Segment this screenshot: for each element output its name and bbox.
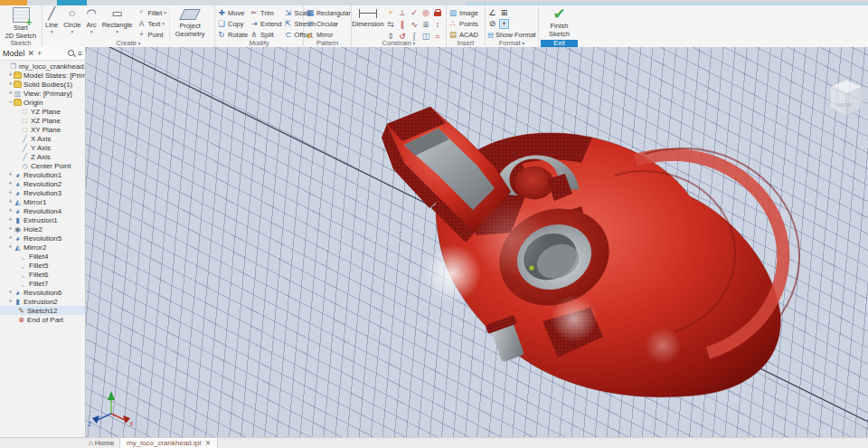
tree-item[interactable]: ✎ Sketch12	[0, 306, 85, 315]
tool-dropdown-arrow[interactable]: ▾	[90, 29, 93, 34]
snap-grid-icon[interactable]: ⊞	[499, 8, 509, 18]
tree-expander[interactable]: +	[7, 90, 14, 97]
tree-expander[interactable]: +	[7, 298, 14, 305]
degrees-format-icon[interactable]: ∠	[487, 8, 497, 18]
tree-item[interactable]: ◟ Fillet5	[0, 261, 85, 270]
tree-expander[interactable]: +	[7, 171, 14, 178]
rectangle-tool[interactable]: ▭ Rectangle ▾	[99, 6, 136, 41]
tree-item[interactable]: ◟ Fillet7	[0, 279, 85, 288]
constraint-parallel-icon[interactable]: ∥	[397, 19, 408, 30]
tree-item[interactable]: + ▥ View: [Primary]	[0, 89, 85, 98]
document-tab-close-icon[interactable]: ✕	[204, 439, 211, 447]
text-tool[interactable]: A Text ▾	[137, 18, 166, 29]
tree-item[interactable]: ╱ X Axis	[0, 134, 85, 143]
tree-item[interactable]: + Solid Bodies(1)	[0, 80, 85, 89]
tree-expander[interactable]: +	[7, 289, 14, 296]
arc-tool[interactable]: ◠ Arc ▾	[83, 6, 99, 41]
tree-expander[interactable]: +	[7, 216, 14, 224]
trim-tool[interactable]: ✂ Trim	[250, 7, 281, 18]
tree-item-label: Solid Bodies(1)	[24, 81, 85, 89]
tree-item[interactable]: □ YZ Plane	[0, 107, 85, 116]
circular-pattern-tool[interactable]: ✳ Circular	[306, 18, 351, 29]
tree-expander[interactable]: +	[7, 243, 14, 251]
constraint-symmetric-icon[interactable]: ⇆	[385, 19, 396, 30]
point-tool[interactable]: + Point	[137, 29, 166, 40]
tree-expander[interactable]: +	[7, 81, 14, 88]
tree-item[interactable]: + ◕ Revolution4	[0, 206, 85, 215]
tree-item[interactable]: + ◕ Revolution3	[0, 188, 85, 197]
rectangular-pattern-tool[interactable]: ▦ Rectangular	[306, 7, 351, 18]
fillet-tool[interactable]: ◜ Fillet ▾	[137, 7, 166, 18]
home-tab[interactable]: ⌂ Home	[83, 438, 119, 448]
tree-expander[interactable]: +	[7, 180, 14, 187]
copy-tool[interactable]: ❏ Copy	[217, 18, 248, 29]
tree-expander[interactable]: +	[7, 189, 14, 196]
tree-expander[interactable]: −	[7, 99, 14, 106]
tree-item[interactable]: ⊗ End of Part	[0, 315, 85, 324]
tree-item[interactable]: ◇ Center Point	[0, 161, 85, 170]
browser-search-icon[interactable]	[68, 50, 75, 57]
slice-graphics-icon[interactable]: ⊘	[487, 19, 497, 29]
circle-tool[interactable]: ○ Circle ▾	[61, 6, 83, 41]
insert-group-label: Insert	[447, 40, 485, 47]
constraint-smooth-icon[interactable]: ∿	[409, 19, 420, 30]
tree-item[interactable]: ◟ Fillet6	[0, 270, 85, 279]
tree-item[interactable]: + ◭ Mirror2	[0, 243, 85, 252]
line-tool[interactable]: ╱ Line ▾	[42, 6, 61, 41]
crankhead-model[interactable]	[382, 107, 799, 397]
constraint-tangent-icon[interactable]: ✓	[409, 7, 420, 18]
tree-item-icon: ✎	[17, 307, 25, 315]
tree-item[interactable]: + Model States: [Primary]	[0, 71, 85, 80]
center-snap-icon[interactable]: +	[499, 19, 509, 29]
browser-close-icon[interactable]: ✕	[28, 49, 35, 58]
move-tool[interactable]: ✚ Move	[217, 7, 248, 18]
document-tab-active[interactable]: my_loco_crankhead.ipt ✕	[119, 438, 218, 448]
tree-item[interactable]: + ◕ Revolution2	[0, 179, 85, 188]
browser-tab-model[interactable]: Model	[3, 49, 25, 58]
constraint-vertical-icon[interactable]: ↕	[432, 19, 443, 30]
tree-expander[interactable]: +	[7, 225, 14, 233]
tree-item[interactable]: + ◭ Mirror1	[0, 197, 85, 206]
dimension-button[interactable]: Dimension	[352, 6, 384, 41]
constraint-perpendicular-icon[interactable]: ⊥	[397, 7, 408, 18]
tree-item[interactable]: + ◕ Revolution6	[0, 288, 85, 297]
tree-expander[interactable]: +	[7, 198, 14, 205]
insert-points-tool[interactable]: ∴ Points	[448, 18, 478, 29]
constraint-collinear-icon[interactable]: ≣	[420, 19, 431, 30]
constraint-coincident-icon[interactable]: +	[385, 7, 396, 18]
tree-item[interactable]: ◟ Fillet4	[0, 252, 85, 261]
finish-sketch-button[interactable]: ✔ Finish Sketch	[540, 6, 580, 41]
extend-tool[interactable]: ⇥ Extend	[250, 18, 281, 29]
tool-dropdown-arrow[interactable]: ▾	[51, 29, 53, 34]
tree-item[interactable]: + ◕ Revolution5	[0, 234, 85, 243]
tree-expander[interactable]: +	[7, 234, 14, 242]
tree-expander[interactable]: +	[7, 71, 14, 79]
tree-item[interactable]: + ◕ Revolution1	[0, 170, 85, 179]
viewport-canvas[interactable]: FRONT X Z	[86, 47, 868, 437]
format-group-label[interactable]: Format	[486, 40, 538, 47]
tree-item[interactable]: ❒ my_loco_crankhead.ipt	[0, 62, 85, 71]
create-group-label[interactable]: Create	[42, 40, 214, 47]
rotate-tool[interactable]: ↻ Rotate	[217, 29, 248, 40]
tree-item[interactable]: + ◉ Hole2	[0, 224, 85, 234]
viewcube[interactable]: FRONT	[830, 80, 863, 116]
sketch-center-point[interactable]	[530, 266, 534, 271]
constraint-fix-icon[interactable]	[432, 7, 443, 18]
tree-item[interactable]: ╱ Y Axis	[0, 143, 85, 152]
insert-image-tool[interactable]: ▧ Image	[448, 7, 478, 18]
tree-item[interactable]: + ▮ Extrusion2	[0, 297, 85, 306]
tree-item[interactable]: ╱ Z Axis	[0, 152, 85, 161]
browser-add-tab-icon[interactable]: +	[37, 49, 42, 58]
tree-expander[interactable]: +	[7, 207, 14, 214]
start-2d-sketch-button[interactable]: Start 2D Sketch	[1, 6, 41, 41]
tree-item[interactable]: − Origin	[0, 98, 85, 107]
constrain-group-label[interactable]: Constrain	[352, 40, 446, 47]
constraint-concentric-icon[interactable]: ◎	[420, 7, 431, 18]
tree-item[interactable]: + ▮ Extrusion1	[0, 215, 85, 224]
browser-menu-icon[interactable]: ≡	[78, 49, 82, 58]
tool-dropdown-arrow[interactable]: ▾	[116, 29, 118, 34]
tree-item[interactable]: □ XY Plane	[0, 125, 85, 134]
project-geometry-button[interactable]: Project Geometry	[171, 6, 209, 41]
tool-dropdown-arrow[interactable]: ▾	[71, 29, 73, 34]
tree-item[interactable]: □ XZ Plane	[0, 116, 85, 125]
